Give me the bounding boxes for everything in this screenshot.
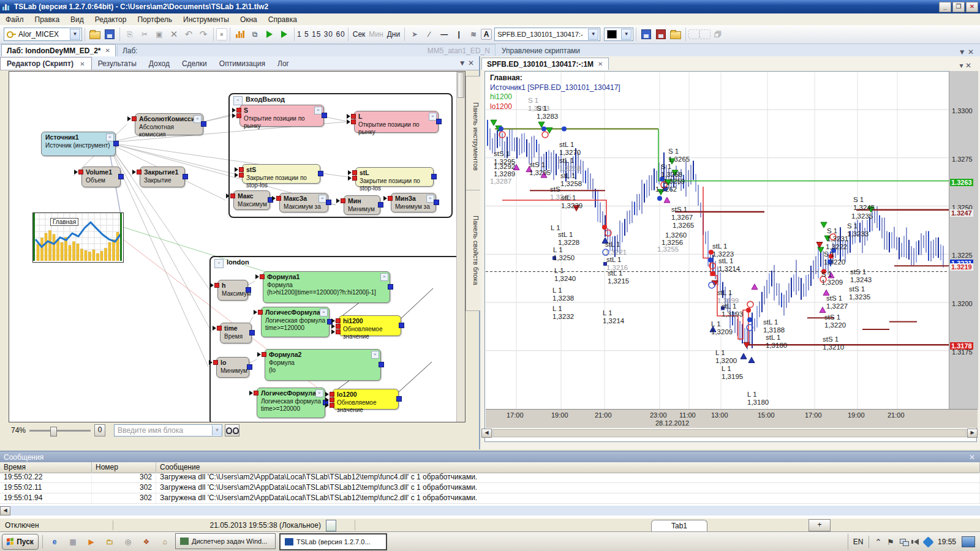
output-port[interactable] [322, 113, 327, 118]
menu-Правка[interactable]: Правка [29, 14, 66, 25]
run-step-button[interactable] [277, 28, 292, 41]
close-icon[interactable]: ✕ [965, 61, 971, 70]
output-port[interactable] [201, 121, 206, 127]
chart-panel-menu[interactable]: ▾ ✕ [960, 61, 971, 70]
find-block-button[interactable] [225, 424, 239, 437]
block-stS[interactable]: stSЗакрытие позиции по stop-los [242, 164, 320, 184]
network-icon[interactable] [900, 539, 908, 545]
editor-panel-menu[interactable]: ▼ ✕ [459, 59, 474, 67]
redo-button[interactable]: ↷ [196, 28, 211, 41]
lab-tab-active[interactable]: Лаб: londonDeyMM_ED_2* ✕ [1, 44, 116, 56]
editor-tab-5[interactable]: Лог [271, 58, 295, 70]
input-port[interactable] [388, 196, 393, 201]
journal-icon[interactable] [326, 520, 336, 531]
output-port[interactable] [118, 174, 124, 179]
menu-Справка[interactable]: Справка [263, 14, 303, 25]
paste-button[interactable]: ▣ [152, 28, 167, 41]
input-port[interactable] [230, 193, 235, 198]
log-row[interactable]: 19:55:02.11302Загружена dll 'C:\Users\am… [0, 483, 980, 493]
scripts-manager-tab[interactable]: Управление скриптами [497, 45, 585, 56]
collapse-block-button[interactable]: ≈ [371, 351, 379, 359]
zoom-slider[interactable] [29, 430, 91, 432]
open-button[interactable] [88, 28, 102, 41]
ie-icon[interactable]: e [48, 535, 61, 549]
run-button[interactable] [262, 28, 277, 41]
messages-hscrollbar[interactable]: ◀ [0, 506, 980, 515]
editor-tab-3[interactable]: Сделки [176, 58, 213, 70]
chevron-down-icon[interactable]: ▼ [212, 425, 222, 435]
chart-mode-button[interactable] [233, 28, 247, 41]
input-port[interactable] [276, 196, 281, 201]
media-player-icon[interactable]: ▶ [85, 535, 98, 549]
block-maksza[interactable]: МаксЗа≈Максимум за [279, 193, 328, 212]
output-port[interactable] [396, 396, 402, 402]
undo-button[interactable]: ↶ [181, 28, 196, 41]
group-button[interactable] [688, 29, 699, 39]
minimize-button[interactable]: _ [939, 2, 951, 12]
add-workspace-tab-button[interactable]: + [809, 519, 831, 531]
output-port[interactable] [388, 284, 393, 290]
input-port[interactable] [254, 391, 258, 395]
home-icon[interactable]: ⌂ [158, 535, 172, 549]
script-canvas[interactable]: -ВходВыход-london Источник1≈Источник (ин… [9, 71, 466, 422]
unit-Сек[interactable]: Сек [353, 30, 366, 39]
time-axis[interactable]: 17:0019:0021:0023:0011:0013:0015:0017:00… [486, 409, 978, 428]
ungroup-button[interactable] [699, 29, 710, 39]
input-port[interactable] [330, 403, 334, 408]
chevron-up-icon[interactable]: ⌃ [875, 538, 881, 547]
color-picker[interactable]: ▼ [604, 28, 633, 41]
wave-tool-button[interactable]: ≋ [466, 28, 481, 41]
price-axis[interactable]: 1.33001.32751.32501.32251.32001.31751.32… [949, 71, 978, 409]
instrument-combobox[interactable]: SPFB.ED_130101_130417:- ▼ [494, 28, 600, 41]
vline-tool-button[interactable]: | [451, 28, 466, 41]
column-2[interactable]: Сообщение [156, 462, 980, 473]
delete-button[interactable]: ✕ [167, 28, 181, 41]
task-button-1[interactable]: TSLab (версия 1.2.7.0... [279, 533, 387, 550]
collapse-block-button[interactable]: ≈ [315, 389, 323, 397]
text-tool-button[interactable]: A [481, 29, 492, 40]
close-icon[interactable]: ✕ [80, 61, 85, 67]
language-indicator[interactable]: EN [853, 538, 864, 546]
editor-tab-1[interactable]: Результаты [92, 58, 143, 70]
output-port[interactable] [378, 202, 383, 208]
input-port[interactable] [262, 352, 266, 357]
chevron-down-icon[interactable]: ▼ [621, 29, 631, 40]
input-port[interactable] [217, 326, 222, 331]
unit-Мин[interactable]: Мин [369, 30, 383, 39]
canvas-vscrollbar[interactable] [456, 72, 465, 422]
task-button-0[interactable]: Диспетчер задач Wind... [175, 533, 276, 549]
output-port[interactable] [113, 141, 119, 146]
output-port[interactable] [183, 174, 188, 179]
account-combobox[interactable]: Alor_MICEX ▼ [4, 28, 82, 41]
scroll-left-button[interactable]: ◀ [481, 429, 492, 438]
input-port[interactable] [214, 283, 219, 288]
block-S[interactable]: S≈Открытие позиции по рынку [239, 105, 324, 127]
block-hi1200[interactable]: hi1200Обновляемое значение [339, 315, 401, 336]
block-min[interactable]: МинМинимум [344, 195, 380, 215]
log-row[interactable]: 19:55:02.22302Загружена dll 'C:\Users\am… [0, 473, 980, 483]
cursor-tool-button[interactable]: ➤ [407, 28, 422, 41]
zoom-reset-button[interactable]: 0 [94, 424, 105, 437]
output-port[interactable] [379, 362, 384, 367]
copy-button[interactable]: ⎘ [123, 28, 137, 41]
speaker-icon[interactable] [914, 539, 919, 545]
unit-Дни[interactable]: Дни [387, 30, 400, 39]
input-port[interactable] [236, 113, 241, 118]
input-port[interactable] [351, 114, 356, 119]
input-port[interactable] [352, 170, 357, 175]
collapse-group-button[interactable]: - [233, 96, 243, 105]
close-icon[interactable]: ✕ [968, 48, 974, 56]
input-port[interactable] [239, 173, 244, 178]
block-f2[interactable]: Формула2≈Формула(lo [265, 349, 381, 381]
save-button[interactable] [102, 28, 117, 41]
block-lo1200[interactable]: lo1200Обновляемое значение [333, 389, 399, 410]
input-port[interactable] [78, 170, 83, 174]
block-vol[interactable]: Volume1Объем [81, 167, 121, 187]
input-port[interactable] [336, 324, 341, 329]
log-row[interactable]: 19:55:01.94302Загружена dll 'C:\Users\am… [0, 493, 980, 504]
input-port[interactable] [239, 167, 244, 172]
save-all-button[interactable] [654, 28, 668, 41]
scroll-right-button[interactable]: ▶ [967, 429, 978, 438]
cut-button[interactable]: ✂ [137, 28, 152, 41]
menu-Файл[interactable]: Файл [0, 14, 29, 25]
